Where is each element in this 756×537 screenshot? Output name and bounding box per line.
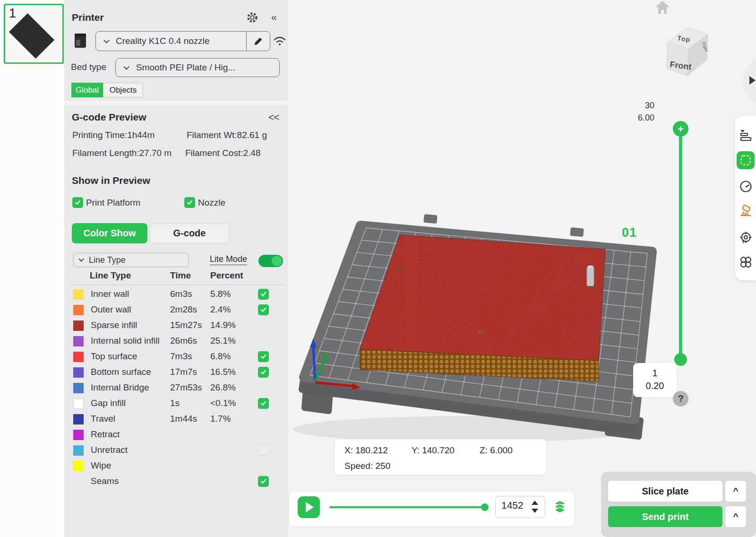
filament-cost: Filament Cost:2.48 <box>185 148 260 158</box>
gcode-preview-title: G-code Preview <box>72 112 146 123</box>
line-type-swatch <box>73 461 84 471</box>
line-type-checkbox[interactable] <box>258 304 269 315</box>
layer-slider-bottom-handle[interactable] <box>674 353 687 366</box>
line-type-row: Wipe <box>64 459 288 474</box>
line-type-label: Retract <box>91 429 120 440</box>
status-z: Z: 6.000 <box>480 445 513 456</box>
slice-plate-button[interactable]: Slice plate <box>608 481 722 502</box>
slider-top-height: 6.00 <box>614 113 654 123</box>
line-type-label: Internal solid infill <box>91 336 160 346</box>
line-type-row: Sparse infill15m27s14.9% <box>64 318 288 334</box>
print-platform-label: Print Platform <box>86 198 140 208</box>
line-type-swatch <box>73 305 84 315</box>
plate-name-label: 01 <box>622 225 637 240</box>
bottom-layer-box: 1 0.20 <box>633 363 677 397</box>
surface-spot <box>477 330 484 334</box>
line-type-label: Inner wall <box>91 289 129 299</box>
playback-slider-handle[interactable] <box>481 503 489 511</box>
layer-stack-icon[interactable] <box>552 499 568 517</box>
stepper-up-icon[interactable] <box>532 501 538 505</box>
chevron-down-icon <box>123 64 129 70</box>
bed-type-select[interactable]: Smooth PEI Plate / Hig... <box>115 58 280 77</box>
line-type-select-value: Line Type <box>89 255 126 265</box>
line-type-select[interactable]: Line Type <box>73 253 189 267</box>
viewport-3d-scene[interactable] <box>288 203 671 444</box>
orientation-cube[interactable]: Top Front Right <box>663 23 712 79</box>
line-type-row: Unretract <box>64 443 288 459</box>
col-percent: Percent <box>210 270 243 281</box>
line-type-percent: 26.8% <box>210 382 236 393</box>
gcode-button[interactable]: G-code <box>150 223 229 243</box>
creality-print-preview-screen: 1 Printer « Creality K1C 0.4 nozzle <box>0 0 756 537</box>
line-type-percent: 2.4% <box>210 304 231 315</box>
color-show-button[interactable]: Color Show <box>72 223 147 243</box>
gear-icon[interactable] <box>246 11 258 26</box>
layer-slider-track[interactable] <box>679 129 682 359</box>
line-type-row: Seams <box>64 474 288 490</box>
playback-slider-track[interactable] <box>329 506 485 508</box>
wifi-icon[interactable] <box>273 34 287 49</box>
line-type-time: 27m53s <box>170 382 202 393</box>
line-type-time: 17m7s <box>170 367 197 377</box>
send-options-button[interactable]: ^ <box>725 506 746 527</box>
printer-select-value: Creality K1C 0.4 nozzle <box>116 36 246 46</box>
line-type-checkbox[interactable] <box>258 367 269 378</box>
line-type-checkbox[interactable] <box>258 398 269 409</box>
line-type-time: 2m28s <box>170 304 197 315</box>
plate-clip <box>423 214 437 224</box>
nozzle-label: Nozzle <box>198 198 225 208</box>
clover-icon[interactable] <box>739 256 752 268</box>
line-type-time: 1s <box>170 398 180 408</box>
printer-device-icon <box>74 33 86 51</box>
line-type-percent: 25.1% <box>210 336 236 346</box>
line-type-checkbox[interactable] <box>258 445 269 456</box>
line-type-swatch <box>73 352 84 362</box>
line-type-swatch <box>73 289 84 300</box>
print-platform-checkbox[interactable] <box>72 197 83 208</box>
play-button[interactable] <box>298 496 320 518</box>
actions-container: Slice plate ^ Send print ^ <box>601 472 756 537</box>
line-type-time: 7m3s <box>170 351 192 362</box>
filament-length: Filament Length:27.70 m <box>72 148 172 158</box>
selection-tool-icon[interactable] <box>737 151 755 169</box>
lite-mode-toggle[interactable] <box>258 255 283 267</box>
line-type-checkbox[interactable] <box>258 289 269 300</box>
line-type-label: Bottom surface <box>91 367 151 377</box>
nozzle-checkbox[interactable] <box>184 197 195 208</box>
send-print-button[interactable]: Send print <box>608 506 722 527</box>
stepper-down-icon[interactable] <box>532 509 538 513</box>
printing-time: Printing Time:1h44m <box>72 130 155 140</box>
bottom-layer-number: 1 <box>633 367 677 380</box>
collapse-panel-button[interactable]: « <box>271 11 276 23</box>
filament-weight: Filament Wt:82.61 g <box>187 130 267 140</box>
line-type-swatch <box>73 398 84 409</box>
home-icon[interactable] <box>655 0 670 16</box>
bed-type-value: Smooth PEI Plate / Hig... <box>136 62 235 73</box>
status-speed: Speed: 250 <box>344 461 390 471</box>
collapse-preview-button[interactable]: << <box>268 112 279 123</box>
preview-structure-icon[interactable] <box>739 129 752 141</box>
support-icon[interactable] <box>739 205 752 217</box>
line-type-row: Internal Bridge27m53s26.8% <box>64 381 288 396</box>
layer-slider-top-handle[interactable]: + <box>673 121 688 137</box>
edit-printer-button[interactable] <box>247 36 270 46</box>
line-type-time: 6m3s <box>170 289 192 299</box>
layer-value-input[interactable] <box>501 500 529 511</box>
plate-thumbnail[interactable]: 1 <box>4 4 64 64</box>
extrusion-blob <box>587 286 594 290</box>
tab-global[interactable]: Global <box>71 83 103 97</box>
help-button[interactable]: ? <box>673 391 688 407</box>
line-type-row: Gap infill1s<0.1% <box>64 396 288 412</box>
expand-arrow-icon <box>749 76 756 85</box>
slice-options-button[interactable]: ^ <box>725 481 746 502</box>
tab-objects[interactable]: Objects <box>103 83 143 97</box>
line-type-checkbox[interactable] <box>258 476 269 487</box>
show-in-preview-title: Show in Preview <box>72 175 150 186</box>
printed-object-top[interactable] <box>360 235 605 361</box>
speed-gauge-icon[interactable] <box>739 180 752 193</box>
line-type-checkbox[interactable] <box>258 351 269 362</box>
line-type-swatch <box>73 445 84 456</box>
lite-mode-link[interactable]: Lite Mode <box>210 254 247 265</box>
seam-target-icon[interactable] <box>739 231 752 244</box>
printer-select[interactable]: Creality K1C 0.4 nozzle <box>95 31 270 51</box>
